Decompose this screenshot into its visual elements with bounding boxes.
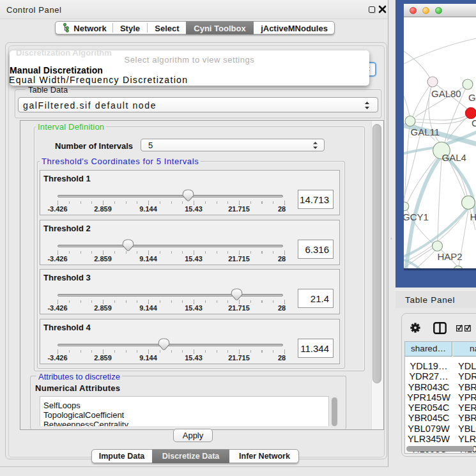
svg-text:C: C <box>472 118 476 128</box>
svg-text:GCY1: GCY1 <box>404 211 429 222</box>
svg-text:H: H <box>470 211 476 222</box>
svg-text:HAP2: HAP2 <box>438 251 463 262</box>
svg-text:GAL4: GAL4 <box>442 152 466 163</box>
svg-text:GAL80: GAL80 <box>431 88 461 99</box>
svg-text:GA: GA <box>468 92 476 103</box>
svg-text:GAL11: GAL11 <box>411 127 440 137</box>
